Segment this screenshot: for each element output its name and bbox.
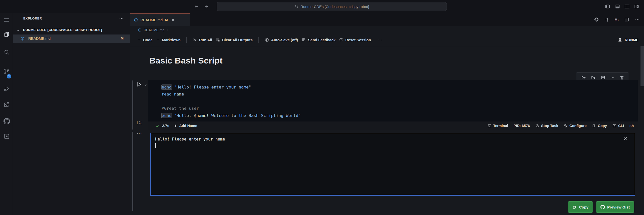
cell-more-actions-icon[interactable]: [610, 75, 615, 80]
add-name-button[interactable]: Add Name: [174, 124, 197, 128]
runme-panel-icon[interactable]: [4, 133, 10, 139]
add-markdown-cell-button[interactable]: Markdown: [156, 38, 181, 42]
markdown-preview-icon[interactable]: M↓: [615, 18, 619, 22]
code-editor[interactable]: echo "Hello! Please enter your name"read…: [148, 80, 638, 119]
notebook-body: Basic Bash Script [2] echo "Hello! Pleas…: [130, 46, 644, 215]
explorer-icon[interactable]: [4, 32, 10, 38]
preview-gist-button[interactable]: Preview Gist: [596, 201, 634, 213]
tab-close-icon[interactable]: [171, 18, 175, 22]
run-options-chevron-icon[interactable]: [144, 83, 148, 87]
breadcrumb: README.md ...: [130, 26, 644, 34]
vscode-window: Runme-CDEs [Codespaces: crispy robot] 1 …: [0, 0, 644, 215]
cli-button[interactable]: CLI: [612, 124, 624, 128]
notebook-toolbar: Code Markdown Run All Clear All Outputs …: [130, 34, 644, 46]
clear-all-outputs-button[interactable]: Clear All Outputs: [215, 38, 253, 42]
toggle-panel-icon[interactable]: [614, 4, 620, 9]
info-file-icon: [134, 18, 138, 22]
breadcrumb-file[interactable]: README.md: [144, 28, 164, 32]
terminal-output[interactable]: Hello! Please enter your name: [150, 133, 635, 196]
copy-cell-button[interactable]: Copy: [592, 124, 607, 128]
code-line: [162, 98, 638, 105]
terminal-button[interactable]: Terminal: [487, 124, 508, 128]
editor-scrollbar[interactable]: [640, 46, 644, 86]
toolbar-divider: [186, 37, 187, 43]
editor-more-actions-icon[interactable]: [635, 17, 640, 22]
output-actions: Copy Preview Gist: [568, 201, 634, 213]
search-sidebar-icon[interactable]: [4, 49, 10, 55]
code-line: #Greet the user: [162, 105, 638, 112]
history-forward-icon[interactable]: [204, 4, 209, 9]
file-modified-badge: M: [121, 36, 124, 40]
kernel-picker[interactable]: RUNME: [617, 38, 644, 42]
info-file-icon: [20, 36, 25, 41]
split-editor-icon[interactable]: [624, 17, 629, 22]
file-name: README.md: [28, 36, 51, 40]
run-cell-button[interactable]: [136, 81, 142, 88]
pid-label: PID: 6576: [513, 124, 530, 128]
execute-below-icon[interactable]: [591, 75, 596, 80]
title-bar: Runme-CDEs [Codespaces: crispy robot]: [0, 0, 644, 13]
explorer-more-actions-icon[interactable]: [119, 16, 124, 21]
code-line: echo "Hello, $name! Welcome to the Bash …: [162, 112, 638, 119]
search-icon: [294, 4, 298, 8]
markdown-heading: Basic Bash Script: [149, 56, 223, 66]
activity-bar: 1: [0, 13, 13, 215]
github-icon[interactable]: [4, 118, 10, 124]
file-row-readme[interactable]: README.md M: [13, 34, 130, 43]
toggle-sidebar-icon[interactable]: [605, 4, 610, 9]
chevron-right-icon: [166, 28, 170, 32]
settings-gear-icon[interactable]: [594, 17, 599, 22]
code-line: echo "Hello! Please enter your name": [162, 84, 638, 91]
toolbar-more-actions-icon[interactable]: [377, 38, 382, 42]
tab-label: README.md: [140, 18, 163, 22]
explorer-sidebar: EXPLORER RUNME-CDES [CODESPACES: CRISPY …: [13, 13, 130, 215]
output-menu-icon[interactable]: ···: [137, 131, 142, 136]
execution-duration: 2.7s: [162, 124, 169, 128]
command-center-search[interactable]: Runme-CDEs [Codespaces: crispy robot]: [217, 2, 447, 11]
run-all-button[interactable]: Run All: [192, 38, 212, 42]
cell-language-label[interactable]: sh: [629, 124, 634, 128]
toggle-secondary-sidebar-icon[interactable]: [624, 4, 630, 9]
info-file-icon: [138, 28, 142, 32]
split-cell-icon[interactable]: [601, 75, 605, 80]
cell-focus-indicator[interactable]: [132, 80, 133, 130]
kernel-name: RUNME: [625, 38, 638, 42]
auto-save-toggle[interactable]: Auto-Save (off): [264, 38, 298, 42]
terminal-cursor: [155, 143, 156, 148]
workspace-section-header[interactable]: RUNME-CDES [CODESPACES: CRISPY ROBOT]: [13, 27, 130, 34]
add-code-cell-button[interactable]: Code: [137, 38, 153, 42]
editor-area: README.md M M↓ README.md ... Code: [130, 13, 644, 215]
code-line: read name: [162, 91, 638, 98]
menu-icon[interactable]: [4, 17, 10, 23]
execution-count: [2]: [136, 120, 143, 124]
output-close-icon[interactable]: [623, 136, 628, 141]
tab-readme[interactable]: README.md M: [130, 13, 190, 26]
execute-above-icon[interactable]: [581, 75, 586, 80]
run-debug-icon[interactable]: [4, 86, 10, 92]
customize-layout-icon[interactable]: [634, 4, 639, 9]
history-back-icon[interactable]: [194, 4, 199, 9]
breadcrumb-ellipsis[interactable]: ...: [171, 28, 174, 32]
session-sync-icon[interactable]: [604, 17, 609, 22]
workspace-name: RUNME-CDES [CODESPACES: CRISPY ROBOT]: [23, 28, 102, 32]
output-focus-indicator[interactable]: [132, 132, 133, 211]
delete-cell-icon[interactable]: [619, 75, 624, 80]
chevron-down-icon: [16, 28, 20, 32]
copy-output-button[interactable]: Copy: [568, 201, 593, 213]
terminal-output-text: Hello! Please enter your name: [155, 137, 225, 142]
configure-button[interactable]: Configure: [564, 124, 586, 128]
send-feedback-button[interactable]: Send Feedback: [301, 38, 336, 42]
code-cell[interactable]: echo "Hello! Please enter your name"read…: [148, 80, 638, 130]
stop-task-button[interactable]: Stop Task: [535, 124, 558, 128]
extensions-icon[interactable]: [4, 102, 10, 108]
tab-modified-badge: M: [165, 18, 168, 22]
cell-status-bar: 2.7s Add Name Terminal PID: 6576: [148, 122, 638, 130]
search-value: Runme-CDEs [Codespaces: crispy robot]: [300, 4, 369, 9]
toolbar-divider: [258, 37, 259, 43]
tab-bar: README.md M M↓: [130, 13, 644, 26]
source-control-icon[interactable]: [4, 68, 10, 74]
source-control-badge: 1: [7, 74, 11, 78]
sidebar-title: EXPLORER: [23, 16, 42, 20]
reset-session-button[interactable]: Reset Session: [339, 38, 371, 42]
success-check-icon: [155, 124, 160, 128]
